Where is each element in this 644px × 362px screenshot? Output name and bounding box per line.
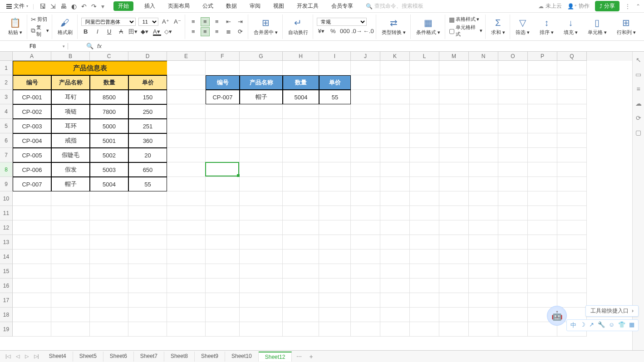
increase-font-button[interactable]: A⁺ (161, 17, 170, 26)
cell-I18[interactable] (319, 308, 351, 322)
cell-F5[interactable] (206, 119, 240, 133)
merge-center-button[interactable]: ⊞合并居中 ▾ (252, 16, 280, 37)
cell-P3[interactable] (528, 90, 557, 104)
cell-K11[interactable] (380, 206, 410, 220)
cell-F12[interactable] (206, 220, 240, 235)
row-header-10[interactable]: 10 (0, 191, 13, 206)
row-header-3[interactable]: 3 (0, 90, 13, 104)
cell-C2[interactable]: 数量 (90, 75, 128, 90)
clear-format-button[interactable]: ◇▾ (164, 27, 173, 36)
cell-L12[interactable] (410, 220, 439, 235)
cloud-status[interactable]: ☁ 未上云 (538, 2, 562, 10)
cell-O15[interactable] (498, 264, 528, 279)
cell-I14[interactable] (319, 249, 351, 264)
cell-H16[interactable] (283, 279, 319, 293)
cell-E14[interactable] (167, 249, 206, 264)
cell-K13[interactable] (380, 235, 410, 249)
cell-G12[interactable] (240, 220, 283, 235)
cell-E10[interactable] (167, 191, 206, 206)
cell-J1[interactable] (351, 61, 380, 75)
cell-C12[interactable] (90, 220, 128, 235)
name-box-input[interactable] (3, 43, 63, 49)
cell-F15[interactable] (206, 264, 240, 279)
sheet-tab-Sheet6[interactable]: Sheet6 (103, 352, 134, 362)
save-icon[interactable]: 🖫 (39, 3, 46, 10)
cell-J12[interactable] (351, 220, 380, 235)
conditional-format-button[interactable]: ▦条件格式 ▾ (414, 16, 442, 37)
cell-N7[interactable] (469, 148, 498, 162)
row-header-18[interactable]: 18 (0, 308, 13, 322)
cell-M19[interactable] (439, 322, 469, 337)
cell-N18[interactable] (469, 308, 498, 322)
cell-P16[interactable] (528, 279, 557, 293)
cell-K18[interactable] (380, 308, 410, 322)
cell-I13[interactable] (319, 235, 351, 249)
cell-I3[interactable]: 55 (319, 90, 351, 104)
thousands-button[interactable]: 000 (340, 27, 349, 36)
cell-O5[interactable] (498, 119, 528, 133)
redo-icon[interactable]: ↷ (91, 3, 97, 10)
paste-button[interactable]: 📋 粘贴 ▾ (6, 16, 24, 37)
cell-D8[interactable]: 650 (128, 162, 167, 177)
cell-Q8[interactable] (557, 162, 587, 177)
tab-devtools[interactable]: 开发工具 (295, 1, 320, 11)
tab-formula[interactable]: 公式 (201, 1, 215, 11)
cell-N6[interactable] (469, 133, 498, 148)
cell-Q15[interactable] (557, 264, 587, 279)
cell-J9[interactable] (351, 177, 380, 191)
tab-review[interactable]: 审阅 (248, 1, 262, 11)
cell-button[interactable]: ▯单元格 ▾ (586, 16, 609, 37)
cell-F11[interactable] (206, 206, 240, 220)
cell-D11[interactable] (128, 206, 167, 220)
cell-B16[interactable] (51, 279, 90, 293)
col-header-G[interactable]: G (240, 52, 283, 61)
cell-B9[interactable]: 帽子 (51, 177, 90, 191)
sidebar-refresh-icon[interactable]: ⟳ (636, 114, 641, 122)
cell-F1[interactable] (206, 61, 240, 75)
strikethrough-button[interactable]: A (117, 27, 126, 36)
cell-O8[interactable] (498, 162, 528, 177)
cell-J7[interactable] (351, 148, 380, 162)
cell-K5[interactable] (380, 119, 410, 133)
orientation-button[interactable]: ⟳ (236, 27, 245, 36)
cell-F16[interactable] (206, 279, 240, 293)
cell-J11[interactable] (351, 206, 380, 220)
cell-J16[interactable] (351, 279, 380, 293)
cell-I1[interactable] (319, 61, 351, 75)
col-header-K[interactable]: K (380, 52, 410, 61)
cell-H2[interactable]: 数量 (283, 75, 319, 90)
cell-J2[interactable] (351, 75, 380, 90)
cell-L9[interactable] (410, 177, 439, 191)
cell-H3[interactable]: 5004 (283, 90, 319, 104)
cell-C18[interactable] (90, 308, 128, 322)
cell-N1[interactable] (469, 61, 498, 75)
cell-A5[interactable]: CP-003 (13, 119, 51, 133)
cell-L10[interactable] (410, 191, 439, 206)
cell-L3[interactable] (410, 90, 439, 104)
cell-M12[interactable] (439, 220, 469, 235)
cell-D15[interactable] (128, 264, 167, 279)
cell-C5[interactable]: 5000 (90, 119, 128, 133)
align-bottom-button[interactable]: ≡ (212, 17, 221, 26)
cell-C19[interactable] (90, 322, 128, 337)
select-all-corner[interactable] (0, 52, 13, 61)
cell-F9[interactable] (206, 177, 240, 191)
cell-B13[interactable] (51, 235, 90, 249)
cell-O17[interactable] (498, 293, 528, 308)
cell-L17[interactable] (410, 293, 439, 308)
cell-E19[interactable] (167, 322, 206, 337)
row-header-11[interactable]: 11 (0, 206, 13, 220)
border-button[interactable]: 田▾ (128, 27, 138, 36)
cell-E12[interactable] (167, 220, 206, 235)
cell-C9[interactable]: 5004 (90, 177, 128, 191)
cell-O10[interactable] (498, 191, 528, 206)
file-menu-button[interactable]: 文件 ▾ (4, 1, 31, 11)
cell-E17[interactable] (167, 293, 206, 308)
cell-C16[interactable] (90, 279, 128, 293)
cell-D16[interactable] (128, 279, 167, 293)
sheet-nav-first[interactable]: |◁ (4, 353, 12, 359)
cell-A9[interactable]: CP-007 (13, 177, 51, 191)
sheet-more-button[interactable]: ⋯ (294, 353, 305, 360)
sheet-tab-Sheet8[interactable]: Sheet8 (164, 352, 195, 362)
cell-E11[interactable] (167, 206, 206, 220)
